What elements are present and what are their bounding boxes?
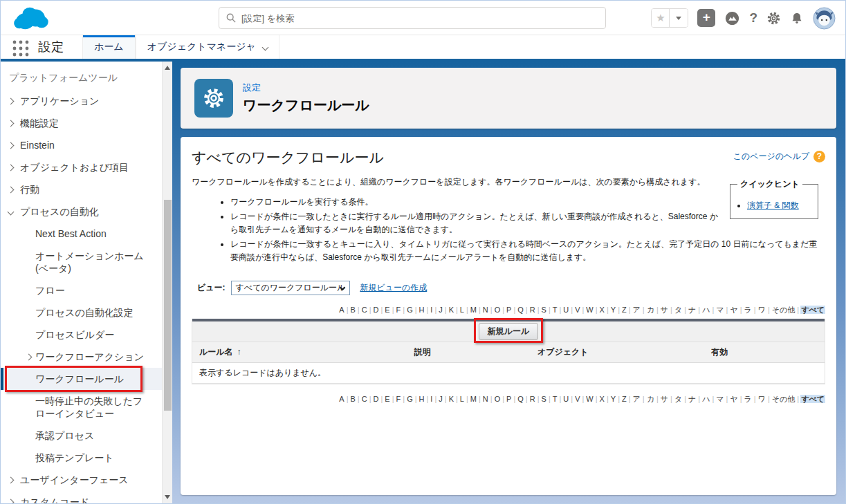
alphabet-letter-link[interactable]: C [361, 306, 368, 314]
alphabet-letter-link[interactable]: K [448, 306, 454, 314]
alphabet-letter-link[interactable]: R [529, 306, 536, 314]
alphabet-letter-link[interactable]: F [396, 306, 402, 314]
alphabet-letter-link[interactable]: ヤ [729, 306, 738, 314]
alphabet-letter-link[interactable]: T [552, 306, 558, 314]
alphabet-letter-link[interactable]: K [448, 395, 454, 403]
scrollbar-thumb[interactable] [164, 200, 172, 411]
alphabet-letter-link[interactable]: Y [610, 306, 616, 314]
sidebar-item[interactable]: 行動 [1, 178, 162, 200]
page-help-link[interactable]: このページのヘルプ [733, 151, 809, 162]
alphabet-letter-link[interactable]: その他 [771, 306, 796, 314]
column-header[interactable]: オブジェクト [531, 342, 704, 362]
alphabet-letter-link[interactable]: ナ [688, 306, 697, 314]
user-avatar[interactable] [813, 7, 836, 30]
alphabet-letter-link[interactable]: ラ [744, 306, 753, 314]
alphabet-letter-link[interactable]: H [419, 306, 425, 314]
tab-object-manager[interactable]: オブジェクトマネージャ [136, 35, 279, 59]
alphabet-letter-link[interactable]: サ [660, 306, 669, 314]
alphabet-letter-link[interactable]: X [599, 306, 605, 314]
alphabet-letter-link[interactable]: F [396, 395, 402, 403]
alphabet-letter-link[interactable]: D [373, 395, 380, 403]
alphabet-letter-link[interactable]: B [350, 306, 356, 314]
alphabet-letter-link[interactable]: ナ [688, 395, 697, 403]
alphabet-letter-link[interactable]: L [459, 395, 465, 403]
sidebar-item[interactable]: Einstein [1, 134, 162, 156]
alphabet-letter-link[interactable]: B [350, 395, 356, 403]
app-launcher-waffle-icon[interactable] [12, 39, 30, 57]
quick-create-plus-icon[interactable]: + [697, 9, 715, 27]
column-header[interactable]: ルール名↑ [192, 342, 407, 362]
alphabet-letter-link[interactable]: H [419, 395, 425, 403]
tab-home[interactable]: ホーム [82, 35, 136, 59]
alphabet-letter-link[interactable]: サ [660, 395, 669, 403]
alphabet-letter-link[interactable]: ヤ [729, 395, 738, 403]
sidebar-item[interactable]: Next Best Action [1, 223, 162, 245]
sidebar-item[interactable]: ユーザインターフェース [1, 469, 162, 491]
favorites-star-icon[interactable]: ★ [652, 9, 670, 27]
column-header[interactable]: 説明 [407, 342, 531, 362]
alphabet-letter-link[interactable]: マ [715, 306, 724, 314]
sidebar-item[interactable]: プロセスの自動化設定 [1, 301, 162, 324]
sidebar-item[interactable]: 承認プロセス [1, 424, 162, 447]
view-select[interactable]: すべてのワークフロールール [231, 281, 351, 295]
alphabet-letter-link[interactable]: C [361, 395, 368, 403]
search-input[interactable] [241, 13, 598, 24]
alphabet-letter-link[interactable]: P [506, 306, 512, 314]
trailhead-icon[interactable] [724, 10, 740, 26]
alphabet-all-link[interactable]: すべて [800, 306, 825, 314]
sidebar-item[interactable]: 一時停止中の失敗したフローインタビュー [1, 390, 162, 424]
sidebar-item[interactable]: オートメーションホーム (ベータ) [1, 245, 162, 279]
sidebar-item[interactable]: アプリケーション [1, 90, 162, 112]
alphabet-letter-link[interactable]: ア [632, 395, 641, 403]
sidebar-item[interactable]: カスタムコード [1, 491, 162, 503]
alphabet-letter-link[interactable]: T [552, 395, 558, 403]
alphabet-letter-link[interactable]: P [506, 395, 512, 403]
notifications-bell-icon[interactable] [790, 11, 804, 26]
alphabet-letter-link[interactable]: W [585, 306, 594, 314]
alphabet-letter-link[interactable]: L [459, 306, 465, 314]
alphabet-letter-link[interactable]: I [430, 306, 433, 314]
alphabet-letter-link[interactable]: タ [674, 306, 683, 314]
sidebar-item[interactable]: 機能設定 [1, 112, 162, 134]
sidebar-item[interactable]: オブジェクトおよび項目 [1, 156, 162, 178]
sidebar-item[interactable]: フロー [1, 279, 162, 301]
alphabet-letter-link[interactable]: E [384, 306, 390, 314]
alphabet-letter-link[interactable]: S [541, 395, 547, 403]
alphabet-letter-link[interactable]: R [529, 395, 536, 403]
favorites-dropdown-icon[interactable] [670, 9, 688, 27]
alphabet-letter-link[interactable]: A [338, 306, 344, 314]
scroll-up-icon[interactable] [165, 66, 170, 70]
alphabet-letter-link[interactable]: V [574, 306, 580, 314]
alphabet-letter-link[interactable]: Y [610, 395, 616, 403]
sidebar-scrollbar[interactable] [162, 62, 172, 503]
alphabet-letter-link[interactable]: X [599, 395, 605, 403]
alphabet-letter-link[interactable]: J [438, 306, 443, 314]
new-rule-button[interactable]: 新規ルール [479, 323, 539, 340]
alphabet-letter-link[interactable]: U [562, 306, 569, 314]
alphabet-letter-link[interactable]: I [430, 395, 433, 403]
alphabet-letter-link[interactable]: ハ [701, 395, 710, 403]
alphabet-letter-link[interactable]: Z [621, 395, 627, 403]
alphabet-letter-link[interactable]: W [585, 395, 594, 403]
alphabet-letter-link[interactable]: ワ [757, 306, 766, 314]
alphabet-letter-link[interactable]: V [574, 395, 580, 403]
breadcrumb-setup-link[interactable]: 設定 [243, 82, 369, 94]
alphabet-letter-link[interactable]: ハ [701, 306, 710, 314]
alphabet-letter-link[interactable]: D [373, 306, 380, 314]
scroll-down-icon[interactable] [165, 495, 170, 499]
column-header[interactable]: 有効 [704, 342, 825, 362]
sidebar-item[interactable]: ワークフローアクション [1, 346, 162, 368]
alphabet-letter-link[interactable]: M [470, 395, 477, 403]
alphabet-letter-link[interactable]: U [562, 395, 569, 403]
help-badge-icon[interactable]: ? [813, 151, 825, 162]
alphabet-letter-link[interactable]: カ [646, 306, 655, 314]
alphabet-letter-link[interactable]: O [494, 395, 502, 403]
alphabet-letter-link[interactable]: ア [632, 306, 641, 314]
global-search[interactable] [219, 7, 606, 29]
alphabet-letter-link[interactable]: M [470, 306, 477, 314]
alphabet-letter-link[interactable]: ワ [757, 395, 766, 403]
alphabet-all-link[interactable]: すべて [800, 395, 825, 403]
alphabet-letter-link[interactable]: G [406, 306, 414, 314]
alphabet-letter-link[interactable]: ラ [744, 395, 753, 403]
alphabet-letter-link[interactable]: N [482, 306, 489, 314]
